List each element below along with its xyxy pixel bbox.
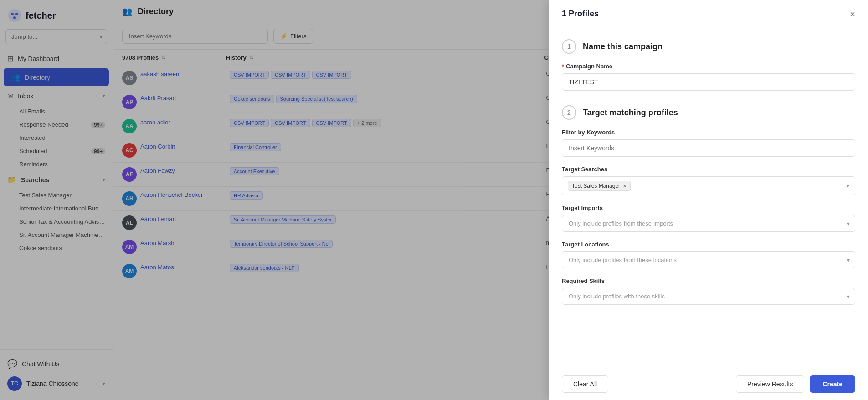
keywords-group: Filter by Keywords — [562, 129, 855, 157]
imports-label: Target Imports — [562, 205, 855, 211]
step-2-section: 2 Target matching profiles Filter by Key… — [562, 105, 855, 305]
search-tag-remove[interactable]: × — [623, 183, 627, 189]
step-2-number: 2 — [562, 105, 576, 120]
searches-group: Target Searches Test Sales Manager × ▾ — [562, 166, 855, 195]
locations-select[interactable]: Only include profiles from these locatio… — [562, 251, 855, 268]
locations-group: Target Locations Only include profiles f… — [562, 241, 855, 268]
modal-close-button[interactable]: × — [850, 10, 855, 19]
campaign-name-group: * Campaign Name — [562, 63, 855, 91]
campaign-name-label: * Campaign Name — [562, 63, 855, 70]
modal-footer: Clear All Preview Results Create — [549, 368, 868, 400]
step-1-header: 1 Name this campaign — [562, 39, 855, 54]
imports-select[interactable]: Only include profiles from these Imports — [562, 215, 855, 232]
preview-results-button[interactable]: Preview Results — [736, 375, 804, 393]
step-1-number: 1 — [562, 39, 576, 54]
campaign-name-input[interactable] — [562, 73, 855, 91]
footer-left: Clear All — [562, 375, 608, 393]
step-2-header: 2 Target matching profiles — [562, 105, 855, 120]
search-tag: Test Sales Manager × — [568, 181, 631, 191]
modal-overlay: 1 Profiles × 1 Name this campaign * Camp… — [0, 0, 868, 400]
imports-select-wrapper: Only include profiles from these Imports… — [562, 215, 855, 232]
skills-select[interactable]: Only include profiles with these skills — [562, 288, 855, 305]
required-star: * — [562, 63, 564, 70]
searches-tag-input[interactable]: Test Sales Manager × ▾ — [562, 176, 855, 195]
skills-group: Required Skills Only include profiles wi… — [562, 277, 855, 305]
modal-title: 1 Profiles — [562, 9, 599, 19]
locations-select-wrapper: Only include profiles from these locatio… — [562, 251, 855, 268]
create-button[interactable]: Create — [810, 375, 855, 393]
keywords-input[interactable] — [562, 139, 855, 157]
keywords-label: Filter by Keywords — [562, 129, 855, 136]
searches-chevron-icon: ▾ — [847, 183, 849, 189]
step-1-section: 1 Name this campaign * Campaign Name — [562, 39, 855, 91]
imports-group: Target Imports Only include profiles fro… — [562, 205, 855, 232]
locations-label: Target Locations — [562, 241, 855, 248]
modal-body: 1 Name this campaign * Campaign Name 2 T… — [549, 28, 868, 368]
skills-label: Required Skills — [562, 277, 855, 284]
modal-header: 1 Profiles × — [549, 0, 868, 28]
clear-all-button[interactable]: Clear All — [562, 375, 608, 393]
footer-right: Preview Results Create — [736, 375, 855, 393]
step-2-title: Target matching profiles — [583, 108, 678, 118]
campaign-modal: 1 Profiles × 1 Name this campaign * Camp… — [549, 0, 868, 400]
skills-select-wrapper: Only include profiles with these skills … — [562, 288, 855, 305]
searches-label: Target Searches — [562, 166, 855, 173]
step-1-title: Name this campaign — [583, 42, 663, 51]
